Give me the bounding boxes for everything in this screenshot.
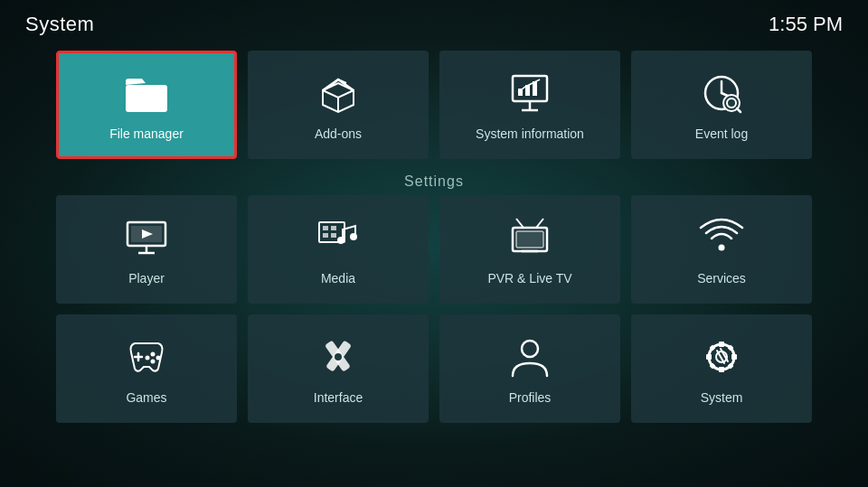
- svg-line-26: [516, 219, 524, 228]
- tile-games-label: Games: [126, 390, 166, 405]
- svg-point-33: [151, 352, 156, 357]
- settings-row-1: Player Media: [36, 195, 832, 304]
- tile-profiles[interactable]: Profiles: [439, 314, 620, 423]
- svg-rect-0: [126, 85, 167, 112]
- svg-point-36: [146, 356, 150, 361]
- system-icon: [697, 332, 746, 381]
- svg-rect-19: [323, 226, 328, 230]
- tile-profiles-label: Profiles: [509, 390, 552, 405]
- player-icon: [122, 213, 171, 262]
- profiles-icon: [505, 332, 554, 381]
- svg-point-35: [151, 360, 156, 364]
- svg-rect-20: [331, 226, 336, 230]
- svg-rect-22: [331, 233, 336, 238]
- tile-interface-label: Interface: [314, 390, 363, 405]
- tile-games[interactable]: Games: [56, 314, 237, 423]
- interface-icon: [314, 332, 363, 381]
- svg-point-40: [522, 341, 538, 357]
- tile-services-label: Services: [697, 271, 746, 286]
- tile-system[interactable]: System: [631, 314, 812, 423]
- tile-system-label: System: [701, 390, 743, 405]
- svg-point-34: [156, 356, 161, 361]
- tile-system-information-label: System information: [476, 126, 584, 141]
- event-log-icon: [697, 69, 746, 117]
- top-tiles-row: File manager Add-ons: [0, 43, 868, 166]
- svg-point-39: [335, 353, 342, 361]
- tile-player[interactable]: Player: [56, 195, 237, 304]
- tile-file-manager-label: File manager: [109, 126, 184, 141]
- header: System 1:55 PM: [0, 0, 868, 43]
- svg-point-24: [350, 233, 357, 240]
- tile-pvr-live-tv[interactable]: PVR & Live TV: [439, 195, 620, 304]
- svg-rect-28: [516, 231, 543, 248]
- tile-media[interactable]: Media: [248, 195, 429, 304]
- svg-point-30: [719, 245, 725, 251]
- pvr-live-tv-icon: [505, 213, 554, 262]
- tile-player-label: Player: [128, 271, 165, 286]
- svg-rect-21: [323, 233, 328, 238]
- svg-rect-44: [706, 354, 712, 360]
- svg-rect-43: [719, 367, 724, 372]
- svg-rect-42: [719, 342, 724, 347]
- add-ons-icon: [314, 69, 363, 117]
- tile-pvr-live-tv-label: PVR & Live TV: [487, 271, 571, 286]
- svg-rect-45: [731, 354, 737, 360]
- clock: 1:55 PM: [769, 13, 843, 36]
- tile-event-log-label: Event log: [695, 126, 748, 141]
- tile-interface[interactable]: Interface: [248, 314, 429, 423]
- tile-add-ons[interactable]: Add-ons: [248, 51, 429, 159]
- tile-system-information[interactable]: System information: [439, 51, 620, 159]
- svg-line-27: [536, 219, 543, 228]
- settings-grid: Player Media: [0, 195, 868, 423]
- tile-services[interactable]: Services: [631, 195, 812, 304]
- svg-point-23: [337, 237, 344, 244]
- file-manager-icon: [122, 69, 171, 117]
- tile-event-log[interactable]: Event log: [631, 51, 812, 159]
- tile-media-label: Media: [321, 271, 355, 286]
- app-title: System: [25, 13, 94, 36]
- tile-add-ons-label: Add-ons: [315, 126, 362, 141]
- media-icon: [314, 213, 363, 262]
- system-information-icon: [505, 69, 554, 117]
- settings-section-label: Settings: [0, 166, 868, 195]
- services-icon: [697, 213, 746, 262]
- settings-row-2: Games Interface: [36, 314, 832, 423]
- svg-line-11: [737, 108, 741, 112]
- games-icon: [122, 332, 171, 381]
- tile-file-manager[interactable]: File manager: [56, 51, 237, 159]
